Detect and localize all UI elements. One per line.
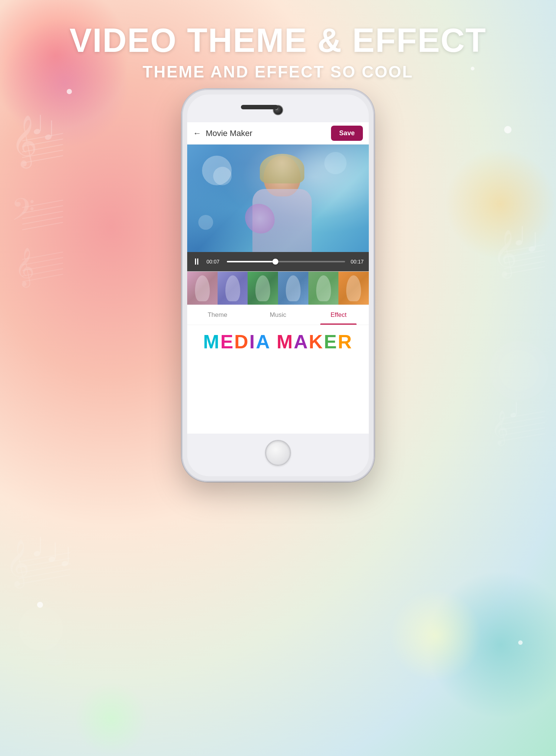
save-button[interactable]: Save (331, 126, 363, 141)
main-title: VIDEO THEME & EFFECT (0, 22, 556, 59)
phone-wrapper: ← Movie Maker Save (182, 89, 374, 482)
svg-point-8 (44, 134, 52, 140)
time-total: 00:17 (349, 259, 364, 265)
dot-decoration (67, 89, 72, 94)
dot-decoration (518, 640, 523, 645)
music-notes-left: 𝄞 𝄢 𝄞 (7, 111, 67, 298)
media-maker-text: MEDIA MAKER (203, 331, 353, 353)
bottom-tabs: Theme Music Effect (187, 305, 369, 325)
tab-theme[interactable]: Theme (187, 305, 248, 325)
thumbnail-1[interactable] (187, 272, 218, 305)
letter-R: R (338, 331, 353, 352)
back-button[interactable]: ← (193, 129, 201, 138)
time-current: 00:07 (206, 259, 223, 265)
thumbnail-2[interactable] (218, 272, 248, 305)
svg-point-33 (499, 350, 539, 391)
letter-A2: A (294, 331, 309, 352)
svg-text:𝄞: 𝄞 (6, 540, 30, 589)
tab-effect-label: Effect (331, 311, 347, 319)
bg-blob-6 (74, 682, 148, 756)
letter-D: D (234, 331, 249, 352)
thumbnail-6[interactable] (338, 272, 369, 305)
sub-title: THEME AND EFFECT SO COOL (0, 63, 556, 81)
svg-point-55 (44, 643, 67, 666)
video-area (187, 145, 369, 252)
app-title: Movie Maker (206, 129, 331, 138)
phone-inner: ← Movie Maker Save (187, 94, 369, 476)
letter-E: E (220, 331, 234, 352)
bg-blob-5 (389, 589, 482, 682)
music-notes-bottom-left: 𝄞 (4, 532, 78, 682)
progress-thumb (272, 259, 278, 265)
tab-active-indicator (320, 324, 357, 325)
tab-theme-label: Theme (208, 311, 227, 319)
letter-I: I (249, 331, 256, 352)
svg-text:𝄞: 𝄞 (493, 230, 517, 279)
thumbnail-3[interactable] (248, 272, 278, 305)
top-text-section: VIDEO THEME & EFFECT THEME AND EFFECT SO… (0, 22, 556, 81)
music-notes-right: 𝄞 𝄞 (489, 222, 549, 483)
video-photo (187, 145, 369, 252)
app-header: ← Movie Maker Save (187, 122, 369, 145)
play-pause-button[interactable]: ⏸ (192, 256, 203, 267)
thumbnails-strip (187, 271, 369, 305)
media-maker-area: MEDIA MAKER (187, 325, 369, 358)
progress-fill (227, 261, 275, 262)
letter-E2: E (324, 331, 338, 352)
letter-M: M (203, 331, 220, 352)
phone-device: ← Movie Maker Save (182, 89, 374, 482)
woman-silhouette (241, 156, 323, 252)
phone-home-button[interactable] (265, 440, 291, 466)
letter-K: M (277, 331, 294, 352)
dot-decoration (504, 126, 512, 133)
tab-music-label: Music (270, 311, 286, 319)
progress-bar[interactable] (227, 261, 345, 262)
letter-A: A (256, 331, 270, 352)
tab-music[interactable]: Music (248, 305, 308, 325)
thumbnail-5[interactable] (308, 272, 339, 305)
video-controls: ⏸ 00:07 00:17 (187, 252, 369, 271)
phone-screen: ← Movie Maker Save (187, 122, 369, 434)
svg-point-52 (61, 560, 69, 567)
letter-K2: K (309, 331, 324, 352)
phone-speaker (241, 105, 278, 109)
svg-text:𝄞: 𝄞 (15, 248, 34, 288)
tab-effect[interactable]: Effect (308, 305, 369, 325)
thumbnail-4[interactable] (278, 272, 308, 305)
svg-point-48 (33, 550, 41, 557)
svg-text:𝄞: 𝄞 (491, 411, 509, 446)
